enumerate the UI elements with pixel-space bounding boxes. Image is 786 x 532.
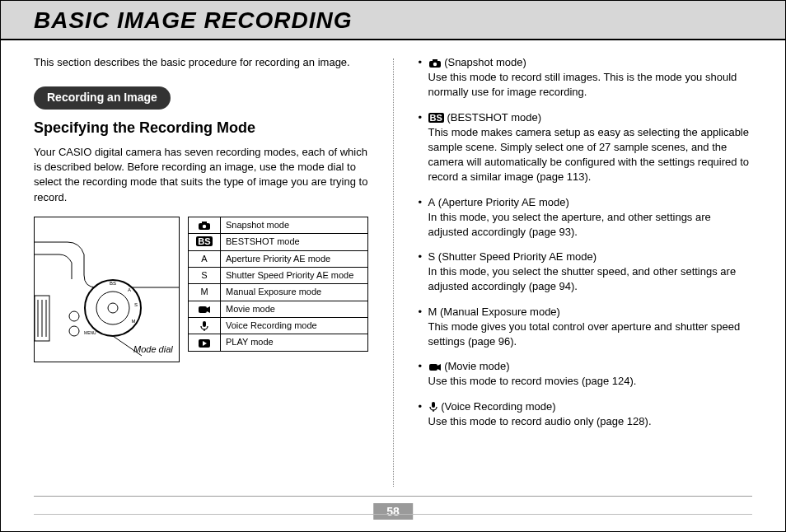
mode-table-row: Snapshot mode xyxy=(189,217,368,233)
mode-bullet-name: (BESTSHOT mode) xyxy=(447,111,541,124)
mode-bullet-desc: In this mode, you select the aperture, a… xyxy=(428,211,711,238)
section-pill: Recording an Image xyxy=(34,86,171,110)
svg-marker-19 xyxy=(207,306,210,313)
svg-rect-18 xyxy=(199,306,207,313)
mode-bullet-list: (Snapshot mode)Use this mode to record s… xyxy=(419,55,753,429)
footer-rule-2 xyxy=(34,514,752,515)
mode-bullet-desc: This mode gives you total control over a… xyxy=(428,320,741,348)
page-number: 58 xyxy=(373,503,413,520)
mode-label-cell: Aperture Priority AE mode xyxy=(221,250,368,267)
camera-svg: BS A S M MENU xyxy=(35,217,179,362)
page-title: BASIC IMAGE RECORDING xyxy=(34,7,752,34)
mode-bullet-name: (Snapshot mode) xyxy=(444,56,526,68)
mode-bullet-icon xyxy=(428,360,442,372)
mode-bullet-icon: BS xyxy=(428,111,444,124)
svg-text:S: S xyxy=(134,302,138,307)
mode-bullet: (Voice Recording mode)Use this mode to r… xyxy=(419,399,753,429)
mode-icon-cell xyxy=(189,301,221,317)
intro-text: This section describes the basic procedu… xyxy=(34,55,368,70)
mode-label-cell: Snapshot mode xyxy=(221,217,368,233)
svg-rect-16 xyxy=(202,222,207,224)
mode-table-row: AAperture Priority AE mode xyxy=(189,250,368,267)
mode-bullet-icon: M xyxy=(428,306,437,318)
mode-table-row: PLAY mode xyxy=(189,334,368,351)
mode-table-row: SShutter Speed Priority AE mode xyxy=(189,267,368,283)
mode-bullet-name: (Aperture Priority AE mode) xyxy=(438,196,569,208)
svg-text:BS: BS xyxy=(110,281,116,286)
mode-table-row: MManual Exposure mode xyxy=(189,284,368,301)
mode-bullet-desc: Use this mode to record audio only (page… xyxy=(428,415,652,427)
mode-bullet: (Movie mode)Use this mode to record movi… xyxy=(419,359,753,389)
mode-label-cell: PLAY mode xyxy=(221,334,368,351)
mode-label-cell: BESTSHOT mode xyxy=(221,234,368,250)
svg-marker-28 xyxy=(437,364,441,371)
svg-rect-29 xyxy=(432,402,435,408)
svg-rect-25 xyxy=(433,59,437,62)
mode-table: Snapshot modeBSBESTSHOT modeAAperture Pr… xyxy=(188,217,368,352)
mode-bullet: S (Shutter Speed Priority AE mode)In thi… xyxy=(419,250,753,295)
mode-bullet-name: (Manual Exposure mode) xyxy=(440,306,560,318)
mode-bullet-icon: S xyxy=(428,250,436,263)
mode-label-cell: Voice Recording mode xyxy=(221,318,368,334)
svg-point-6 xyxy=(108,303,118,313)
footer-rule-1 xyxy=(34,496,752,497)
section-heading: Specifying the Recording Mode xyxy=(34,118,368,138)
mode-label-cell: Manual Exposure mode xyxy=(221,284,368,301)
mode-bullet-desc: Use this mode to record still images. Th… xyxy=(428,71,737,98)
mode-bullet-desc: Use this mode to record movies (page 124… xyxy=(428,375,637,387)
mode-label-cell: Shutter Speed Priority AE mode xyxy=(221,267,368,283)
mode-bullet-icon xyxy=(428,400,438,413)
svg-point-17 xyxy=(203,225,206,228)
mode-bullet-desc: This mode makes camera setup as easy as … xyxy=(428,126,749,184)
mode-bullet: A (Aperture Priority AE mode)In this mod… xyxy=(419,195,753,240)
mode-bullet-icon: A xyxy=(428,196,436,208)
mode-icon-cell xyxy=(189,334,221,351)
mode-icon-cell xyxy=(189,217,221,233)
mode-dial-caption: Mode dial xyxy=(133,343,173,356)
mode-bullet-name: (Movie mode) xyxy=(444,360,509,372)
section-paragraph: Your CASIO digital camera has seven reco… xyxy=(34,145,368,205)
mode-bullet-name: (Shutter Speed Priority AE mode) xyxy=(438,250,597,263)
mode-icon-cell: A xyxy=(189,250,221,267)
mode-figure: BS A S M MENU Mode dial Snapshot modeBSB… xyxy=(34,217,368,362)
mode-icon-cell: M xyxy=(189,284,221,301)
mode-table-row: Voice Recording mode xyxy=(189,318,368,334)
svg-point-12 xyxy=(69,326,79,336)
svg-text:A: A xyxy=(128,287,131,292)
mode-label-cell: Movie mode xyxy=(221,301,368,317)
svg-rect-20 xyxy=(203,321,206,327)
mode-icon-cell xyxy=(189,318,221,334)
svg-point-11 xyxy=(69,311,79,321)
mode-bullet-name: (Voice Recording mode) xyxy=(441,400,555,413)
content-body: This section describes the basic procedu… xyxy=(1,40,785,487)
mode-bullet-desc: In this mode, you select the shutter spe… xyxy=(428,265,737,292)
mode-bullet: (Snapshot mode)Use this mode to record s… xyxy=(419,55,753,100)
svg-text:MENU: MENU xyxy=(84,330,96,335)
column-divider xyxy=(393,58,394,487)
svg-point-26 xyxy=(433,62,436,65)
right-column: (Snapshot mode)Use this mode to record s… xyxy=(419,55,753,487)
page-header: BASIC IMAGE RECORDING xyxy=(1,1,785,40)
mode-bullet-icon xyxy=(428,56,442,68)
camera-illustration: BS A S M MENU Mode dial xyxy=(34,217,180,362)
mode-table-row: BSBESTSHOT mode xyxy=(189,234,368,250)
svg-rect-27 xyxy=(429,364,437,371)
mode-icon-cell: S xyxy=(189,267,221,283)
mode-table-row: Movie mode xyxy=(189,301,368,317)
mode-bullet: M (Manual Exposure mode)This mode gives … xyxy=(419,305,753,350)
left-column: This section describes the basic procedu… xyxy=(34,55,368,487)
mode-bullet: BS (BESTSHOT mode)This mode makes camera… xyxy=(419,110,753,185)
mode-icon-cell: BS xyxy=(189,234,221,250)
svg-text:M: M xyxy=(132,319,136,324)
